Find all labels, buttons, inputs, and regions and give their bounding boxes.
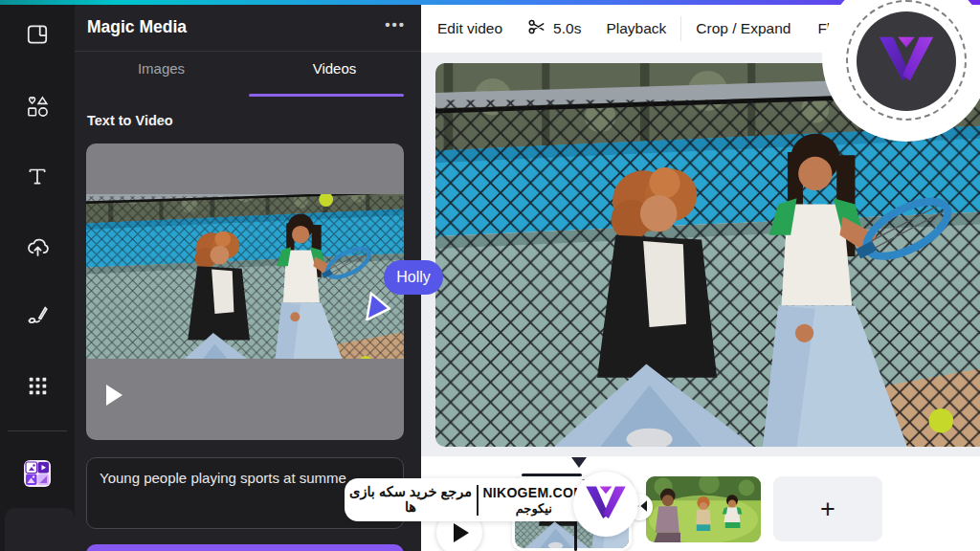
apps-grid-icon: [26, 374, 50, 402]
watermark-banner: مرجع خرید سکه بازی ها NIKOGEM.COM نیکوجم: [345, 478, 590, 521]
active-tab-underline: [249, 94, 404, 97]
sidebar-next-app-slot[interactable]: [5, 508, 75, 551]
magic-media-app-icon: [23, 459, 52, 492]
sidebar-item-draw[interactable]: [14, 293, 60, 339]
design-icon: [25, 22, 50, 51]
preview-play-icon[interactable]: [106, 385, 122, 406]
playback-label: Playback: [606, 20, 666, 37]
play-icon: [454, 523, 469, 542]
sidebar: [0, 5, 75, 551]
magic-media-panel: Magic Media ••• Images Videos Text to Vi…: [75, 5, 421, 551]
watermark-site-persian: نیکوجم: [516, 501, 552, 516]
timeline-clip-2[interactable]: [646, 476, 761, 542]
edit-video-button[interactable]: Edit video: [437, 20, 502, 37]
generated-video-preview-card[interactable]: [86, 143, 404, 440]
preview-video-frame: [86, 194, 404, 359]
sidebar-item-magic-media-app[interactable]: [14, 452, 60, 498]
text-icon: [25, 164, 50, 192]
scissors-icon: [527, 17, 546, 40]
tab-images[interactable]: Images: [75, 60, 248, 77]
tab-videos[interactable]: Videos: [248, 60, 421, 77]
sidebar-item-design[interactable]: [14, 13, 60, 59]
sidebar-item-apps[interactable]: [14, 364, 60, 410]
draw-pen-icon: [25, 301, 50, 330]
add-clip-button[interactable]: +: [773, 476, 882, 541]
sidebar-item-elements[interactable]: [14, 85, 60, 131]
app-window: Magic Media ••• Images Videos Text to Vi…: [0, 0, 980, 551]
elements-icon: [25, 94, 50, 122]
panel-header-divider: [75, 51, 421, 52]
watermark-logo: [573, 472, 638, 537]
panel-more-options-icon[interactable]: •••: [385, 16, 406, 33]
section-title-text-to-video: Text to Video: [87, 113, 173, 128]
playhead-caret[interactable]: [571, 457, 587, 468]
sidebar-item-uploads[interactable]: [14, 226, 60, 272]
panel-title: Magic Media: [87, 17, 187, 37]
upload-cloud-icon: [25, 234, 51, 264]
plus-icon: +: [820, 495, 835, 524]
clip-duration-value: 5.0s: [553, 20, 581, 37]
toolbar-separator: [680, 16, 681, 41]
collaborator-name: Holly: [396, 269, 431, 286]
trim-duration-button[interactable]: 5.0s: [527, 17, 581, 40]
crop-expand-button[interactable]: Crop / Expand: [696, 20, 791, 37]
collaborator-name-badge: Holly: [384, 260, 443, 295]
playback-button[interactable]: Playback: [606, 20, 666, 37]
watermark-tagline: مرجع خرید سکه بازی ها: [345, 485, 477, 516]
edit-video-label: Edit video: [437, 20, 502, 37]
collaborator-cursor-icon: [360, 290, 390, 324]
playhead-line[interactable]: [574, 519, 577, 551]
generate-button[interactable]: [86, 544, 404, 551]
brand-logo: [857, 11, 956, 111]
watermark-site-url: NIKOGEM.COM: [482, 485, 585, 500]
crop-expand-label: Crop / Expand: [696, 20, 791, 37]
sidebar-item-text[interactable]: [14, 155, 60, 201]
sidebar-divider: [8, 430, 67, 431]
